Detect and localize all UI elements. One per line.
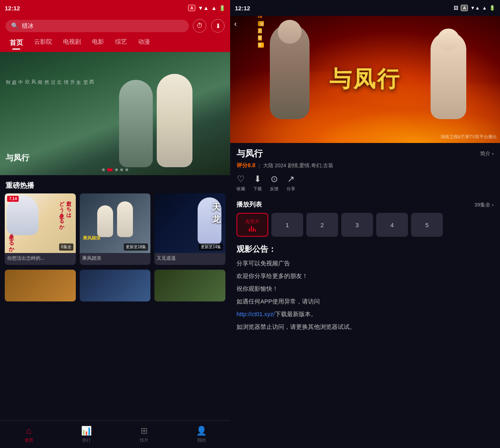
episode-3[interactable]: 3 bbox=[341, 213, 373, 237]
findmovie-label: 找片 bbox=[140, 437, 148, 443]
home-label: 首页 bbox=[25, 437, 33, 443]
signal-icon-left: ▲ bbox=[211, 5, 217, 11]
ann-line-5: 如浏览器禁止访问，请更换其他浏览器试试。 bbox=[237, 322, 494, 332]
search-right-icons: ⏱ ⬇ bbox=[193, 19, 225, 33]
episode-list: 先导片 1 2 3 4 5 bbox=[237, 213, 494, 237]
more-item-3[interactable] bbox=[154, 270, 225, 301]
favorite-icon: ♡ bbox=[237, 174, 245, 184]
status-bar-right: 12:12 🖼 A ▼▲ ▲ 🔋 bbox=[230, 0, 500, 16]
badge-date-1: 7.14 bbox=[7, 196, 19, 202]
status-time-right: 12:12 bbox=[235, 5, 250, 12]
nav-tab-variety[interactable]: 综艺 bbox=[110, 37, 133, 49]
nav-tab-tv[interactable]: 电视剧 bbox=[58, 37, 87, 49]
nav-tabs: 首页 云影院 电视剧 电影 综艺 动漫 bbox=[0, 37, 230, 52]
history-icon[interactable]: ⏱ bbox=[193, 19, 206, 33]
signal-right: ▲ bbox=[482, 5, 487, 11]
battery-right: 🔋 bbox=[489, 5, 495, 11]
episode-1[interactable]: 1 bbox=[271, 213, 303, 237]
bottom-nav-profile[interactable]: 👤 我的 bbox=[173, 426, 230, 443]
battery-icon-left: 🔋 bbox=[219, 5, 225, 11]
search-bar-area: 🔍 猎冰 ⏱ ⬇ bbox=[0, 16, 230, 37]
nav-tab-cloud[interactable]: 云影院 bbox=[29, 37, 58, 49]
hot-item-1[interactable]: 君たちはどう生きるか 生きるか 7.14 0集全 你想活出怎样的... bbox=[5, 193, 76, 265]
person-fig-2 bbox=[117, 201, 133, 237]
dot-1 bbox=[102, 168, 105, 171]
status-right-left: 12:12 bbox=[235, 5, 250, 12]
video-title-overlay: 与凤行 bbox=[329, 64, 401, 95]
action-favorite[interactable]: ♡ 收藏 bbox=[237, 174, 245, 192]
hot-item-3[interactable]: 天龙 更新至14集 又见逍遥 bbox=[154, 193, 225, 265]
hot-item-name-2: 乘风踏浪 bbox=[80, 253, 151, 265]
hero-bg: 中庭秋 南风欣 北过然 东升情 西坚 bbox=[0, 52, 230, 175]
action-feedback[interactable]: ⊙ 反馈 bbox=[270, 174, 279, 192]
bottom-nav-ranking[interactable]: 📊 排行 bbox=[58, 426, 115, 443]
playlist-header: 播放列表 39集全 › bbox=[237, 201, 494, 209]
more-item-2[interactable] bbox=[80, 270, 151, 301]
rating: 评分8.8 bbox=[237, 162, 255, 169]
dot-4 bbox=[120, 168, 123, 171]
episode-5[interactable]: 5 bbox=[411, 213, 443, 237]
a-badge-right: A bbox=[461, 5, 468, 11]
nav-tab-home[interactable]: 首页 bbox=[4, 37, 29, 49]
badge-count-3: 更新至14集 bbox=[199, 243, 223, 251]
video-hero[interactable]: 与凤行 ‹ 🍋芒果tv 会员尊享 湖南卫视&芒果TV双平台播出 bbox=[230, 16, 500, 143]
search-input-wrap[interactable]: 🔍 猎冰 bbox=[6, 20, 189, 32]
action-download[interactable]: ⬇ 下载 bbox=[253, 174, 262, 192]
ep-xiandao-inner: 先导片 bbox=[245, 218, 260, 232]
ep-xiandao-label: 先导片 bbox=[245, 218, 260, 225]
hot-list: 君たちはどう生きるか 生きるか 7.14 0集全 你想活出怎样的... 乘风踏浪… bbox=[0, 193, 230, 265]
hot-item-2[interactable]: 乘风踏浪 更新至18集 乘风踏浪 bbox=[80, 193, 151, 265]
hero-dots bbox=[102, 168, 128, 171]
meta-text: 大陆 2024 剧情,爱情,奇幻,古装 bbox=[263, 162, 333, 169]
people-figures bbox=[97, 201, 133, 245]
poster-3-title-text: 天龙 bbox=[212, 201, 221, 225]
more-item-1[interactable] bbox=[5, 270, 76, 301]
video-title-text: 与凤行 bbox=[329, 64, 401, 95]
search-icon: 🔍 bbox=[11, 22, 19, 29]
poster-3: 天龙 更新至14集 bbox=[154, 193, 225, 253]
sound-bar-1 bbox=[249, 228, 250, 232]
vip-badge: 会员尊享 bbox=[258, 21, 264, 48]
man-head bbox=[278, 20, 302, 44]
episode-2[interactable]: 2 bbox=[306, 213, 338, 237]
nav-tab-anime[interactable]: 动漫 bbox=[133, 37, 156, 49]
more-row bbox=[0, 265, 230, 301]
bottom-nav-home[interactable]: ⌂ 首页 bbox=[0, 426, 58, 443]
hero-title-bottom: 与凤行 bbox=[6, 153, 29, 163]
sound-bar-4 bbox=[255, 229, 256, 232]
ranking-label: 排行 bbox=[82, 437, 91, 443]
meta-divider: | bbox=[258, 163, 260, 168]
hero-banner[interactable]: 中庭秋 南风欣 北过然 东升情 西坚 与凤行 bbox=[0, 52, 230, 175]
ann-line-1: 分享可以免视频广告 bbox=[237, 259, 494, 268]
back-button[interactable]: ‹ bbox=[234, 19, 237, 28]
download-icon[interactable]: ⬇ bbox=[211, 19, 225, 33]
manguo-text: 🍋芒果tv bbox=[258, 16, 264, 19]
sound-bar-3 bbox=[253, 228, 254, 232]
share-icon: ↗ bbox=[287, 174, 294, 184]
wifi-icon-left: ▼▲ bbox=[198, 5, 209, 11]
detail-title-row: 与凤行 简介 › bbox=[237, 148, 494, 160]
favorite-label: 收藏 bbox=[237, 186, 245, 192]
person-fig-1 bbox=[97, 205, 113, 237]
announcement-section: 观影公告： 分享可以免视频广告 欢迎你分享给更多的朋友！ 祝你观影愉快！ 如遇任… bbox=[230, 239, 500, 340]
hot-section-title: 重磅热播 bbox=[0, 175, 230, 193]
badge-count-1: 0集全 bbox=[59, 243, 73, 251]
download-action-icon: ⬇ bbox=[254, 174, 261, 184]
ann-title: 观影公告： bbox=[237, 244, 494, 255]
download-label: 下载 bbox=[253, 186, 262, 192]
bottom-nav-search[interactable]: ⊞ 找片 bbox=[115, 426, 173, 443]
dot-5 bbox=[125, 168, 128, 171]
ann-line-2: 欢迎你分享给更多的朋友！ bbox=[237, 271, 494, 281]
search-text: 猎冰 bbox=[22, 22, 34, 30]
hero-couple bbox=[119, 64, 198, 167]
playlist-more[interactable]: 39集全 › bbox=[475, 201, 494, 209]
action-share[interactable]: ↗ 分享 bbox=[287, 174, 295, 192]
jp-text: 君たちはどう生きるか bbox=[58, 197, 73, 227]
detail-intro[interactable]: 简介 › bbox=[480, 150, 494, 157]
nav-tab-movie[interactable]: 电影 bbox=[87, 37, 110, 49]
sound-bar-2 bbox=[251, 226, 252, 232]
ann-link-url[interactable]: http://ct01.xyz/ bbox=[237, 311, 275, 317]
episode-4[interactable]: 4 bbox=[376, 213, 408, 237]
episode-xiandao[interactable]: 先导片 bbox=[237, 213, 268, 237]
share-label: 分享 bbox=[287, 186, 295, 192]
